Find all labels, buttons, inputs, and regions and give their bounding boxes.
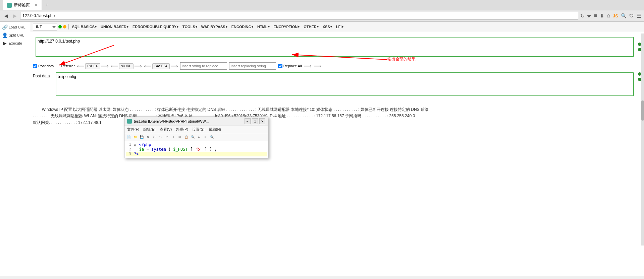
- editor-tb-cut[interactable]: ✂: [164, 134, 170, 140]
- editor-tb-format[interactable]: T: [170, 134, 176, 140]
- editor-tb-new[interactable]: 📄: [126, 134, 132, 140]
- shield-icon[interactable]: 🛡: [629, 13, 634, 18]
- url-encode-button[interactable]: %URL: [119, 63, 133, 69]
- editor-menu-help[interactable]: 帮助(H): [209, 127, 221, 132]
- base64-encode-button[interactable]: BASE64: [152, 63, 170, 69]
- editor-menu-view[interactable]: 查看(V): [160, 127, 172, 132]
- menu-html[interactable]: HTML▾: [256, 24, 271, 29]
- editor-tb-bookmark2[interactable]: ☆: [202, 134, 208, 140]
- editor-tb-search2[interactable]: 🔍: [209, 134, 215, 140]
- editor-tb-copy-all[interactable]: ⊞: [177, 134, 183, 140]
- back-button[interactable]: ◀: [3, 12, 9, 19]
- base64-encode-arrow[interactable]: ⟹: [170, 63, 178, 69]
- green-indicator-1[interactable]: [58, 25, 62, 28]
- php-semicolon: ;: [214, 147, 217, 152]
- editor-tb-save[interactable]: 💾: [139, 134, 145, 140]
- editor-menu-appearance[interactable]: 外观(P): [176, 127, 188, 132]
- post-data-input[interactable]: b=ipconfig: [58, 74, 632, 93]
- editor-tb-bookmark[interactable]: ★: [196, 134, 202, 140]
- zoom-icon[interactable]: 🔍: [621, 13, 627, 18]
- bookmark-star-icon[interactable]: ★: [587, 13, 591, 19]
- js-icon[interactable]: JS: [613, 13, 618, 18]
- editor-menu-edit[interactable]: 编辑(E): [143, 127, 156, 132]
- sidebar-item-execute[interactable]: ▶ Execute: [1, 39, 29, 47]
- address-bar[interactable]: [20, 12, 578, 20]
- sidebar-item-load-url[interactable]: 🔗 Load URL: [1, 23, 29, 31]
- post-data-checkbox[interactable]: [33, 64, 37, 68]
- menu-encryption[interactable]: ENCRYPTION▾: [272, 24, 301, 29]
- hex-encode-arrow[interactable]: ⟹: [101, 63, 109, 69]
- editor-tb-open[interactable]: 📁: [132, 134, 138, 140]
- php-func: system: [151, 147, 166, 152]
- collapse-icon-1[interactable]: ▣: [134, 143, 136, 147]
- active-tab[interactable]: 新标签页 ✕: [3, 0, 42, 10]
- editor-close-button[interactable]: ✕: [259, 118, 265, 124]
- scrollbar-thumb[interactable]: [641, 100, 644, 121]
- editor-code-area: 1 ▣ <?php 2 $a = system ( $_POST [ 'b' ]: [124, 141, 268, 158]
- url-green-dot-2[interactable]: [638, 48, 641, 51]
- insert-replacing-string[interactable]: [229, 62, 276, 70]
- editor-menu-file[interactable]: 文件(F): [127, 127, 139, 132]
- hex-encode-button[interactable]: 0xHEX: [85, 63, 100, 69]
- post-data-row: Post data b=ipconfig: [30, 71, 644, 97]
- tab-close-icon[interactable]: ✕: [35, 3, 38, 7]
- referrer-checkbox-label[interactable]: Referrer: [56, 64, 74, 68]
- php-open-tag: <?php: [139, 142, 151, 147]
- editor-maximize-button[interactable]: □: [252, 118, 258, 124]
- home-icon[interactable]: ⌂: [607, 13, 610, 19]
- base64-encode-group: ⟸ BASE64 ⟹: [144, 63, 178, 69]
- tab-bar: 新标签页 ✕ +: [0, 0, 644, 10]
- editor-tb-paste[interactable]: 📋: [183, 134, 189, 140]
- editor-tb-find[interactable]: 🔍: [190, 134, 196, 140]
- php-bracket: [: [190, 147, 193, 152]
- menu-sql-basics[interactable]: SQL BASICS▾: [71, 24, 98, 29]
- new-tab-button[interactable]: +: [43, 1, 51, 9]
- menu-encoding[interactable]: ENCODING▾: [230, 24, 255, 29]
- editor-menubar: 文件(F) 编辑(E) 查看(V) 外观(P) 设置(S) 帮助(H): [124, 126, 268, 133]
- base64-decode-arrow[interactable]: ⟸: [144, 63, 152, 69]
- replace-arrow-2[interactable]: ⟹: [314, 63, 321, 69]
- replace-all-label[interactable]: Replace All: [278, 64, 302, 68]
- url-decode-arrow[interactable]: ⟸: [111, 63, 118, 69]
- post-green-dot-2[interactable]: [638, 78, 641, 81]
- yellow-indicator[interactable]: [63, 25, 66, 28]
- hex-decode-arrow[interactable]: ⟸: [77, 63, 85, 69]
- url-green-dot-1[interactable]: [638, 43, 641, 46]
- sidebar-item-split-url[interactable]: 👤 Split URL: [1, 31, 29, 39]
- union-based-arrow: ▾: [127, 25, 128, 28]
- reload-button[interactable]: ↻: [580, 13, 585, 19]
- replace-execute-arrow[interactable]: ⟹: [304, 63, 312, 69]
- reading-mode-icon[interactable]: ≡: [594, 13, 597, 19]
- annotation-label: 输出全部的结果: [387, 57, 416, 61]
- scrollbar-track: [641, 33, 644, 246]
- url-input[interactable]: http://127.0.0.1/test.php: [38, 39, 632, 53]
- waf-bypass-arrow: ▾: [226, 25, 227, 28]
- editor-menu-settings[interactable]: 设置(S): [192, 127, 205, 132]
- editor-tb-redo[interactable]: ↪: [158, 134, 164, 140]
- menu-lfi[interactable]: LFI▾: [335, 24, 345, 29]
- toolbar: INT STRING SQL BASICS▾ UNION BASED▾ ERRO…: [30, 22, 644, 32]
- editor-tb-close[interactable]: ✕: [145, 134, 151, 140]
- menu-xss[interactable]: XSS▾: [321, 24, 333, 29]
- replace-all-checkbox[interactable]: [278, 64, 282, 68]
- menu-waf-bypass[interactable]: WAF BYPASS▾: [200, 24, 229, 29]
- post-data-checkbox-label[interactable]: Post data: [33, 64, 54, 68]
- menu-union-based[interactable]: UNION BASED▾: [99, 24, 130, 29]
- editor-minimize-button[interactable]: −: [245, 118, 251, 124]
- menu-error-double[interactable]: ERROR/DOUBLE QUERY▾: [131, 24, 180, 29]
- line-content-2: $a = system ( $_POST [ 'b' ] ) ;: [134, 147, 267, 152]
- injection-type-select[interactable]: INT STRING: [33, 23, 57, 30]
- download-icon[interactable]: ⬇: [600, 13, 604, 19]
- menu-tools[interactable]: TOOLS▾: [181, 24, 199, 29]
- url-encode-arrow[interactable]: ⟹: [134, 63, 142, 69]
- sidebar-label-load-url: Load URL: [9, 25, 25, 29]
- forward-button[interactable]: ▶: [11, 12, 18, 19]
- post-green-dot-1[interactable]: [638, 72, 641, 76]
- menu-icon[interactable]: ☰: [637, 13, 641, 19]
- editor-tb-undo[interactable]: ↩: [151, 134, 157, 140]
- insert-string-to-replace[interactable]: [180, 62, 227, 70]
- menu-other[interactable]: OTHER▾: [302, 24, 320, 29]
- code-line-1: 1 ▣ <?php: [126, 142, 267, 147]
- php-paren-open: (: [168, 147, 171, 152]
- referrer-checkbox[interactable]: [56, 64, 60, 68]
